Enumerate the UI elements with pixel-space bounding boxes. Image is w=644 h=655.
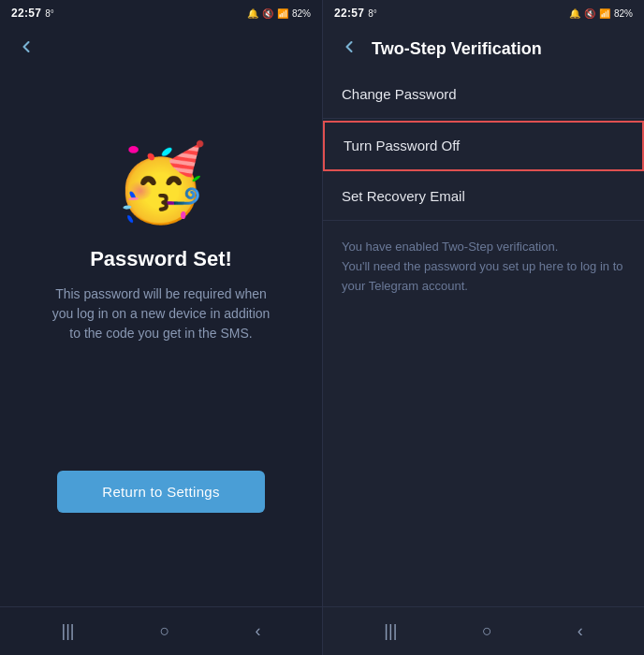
right-degree: 8° bbox=[368, 8, 377, 19]
right-status-bar: 22:57 8° 🔔 🔇 📶 82% bbox=[323, 0, 644, 26]
signal-icon: 📶 bbox=[277, 8, 288, 19]
left-time: 22:57 bbox=[11, 7, 41, 20]
left-back-button[interactable] bbox=[11, 32, 41, 66]
password-set-description: This password will be required when you … bbox=[21, 284, 301, 343]
menu-list: Change Password Turn Password Off Set Re… bbox=[323, 71, 644, 606]
left-main-content: 🥳 Password Set! This password will be re… bbox=[0, 71, 322, 606]
right-nav-home[interactable]: ○ bbox=[475, 614, 500, 648]
alarm-icon: 🔔 bbox=[247, 8, 258, 19]
right-time: 22:57 bbox=[334, 7, 364, 20]
left-degree: 8° bbox=[45, 8, 54, 19]
left-bottom-nav: ||| ○ ‹ bbox=[0, 606, 322, 655]
turn-password-off-item[interactable]: Turn Password Off bbox=[323, 121, 644, 171]
right-bottom-nav: ||| ○ ‹ bbox=[323, 606, 644, 655]
set-recovery-email-item[interactable]: Set Recovery Email bbox=[323, 173, 644, 221]
left-nav-back[interactable]: ‹ bbox=[247, 614, 268, 648]
turn-password-off-label: Turn Password Off bbox=[344, 138, 460, 153]
right-nav-title: Two-Step Verification bbox=[372, 39, 542, 59]
right-nav-bar: Two-Step Verification bbox=[323, 26, 644, 71]
set-recovery-email-label: Set Recovery Email bbox=[342, 188, 465, 204]
right-alarm-icon: 🔔 bbox=[569, 8, 580, 19]
mute-icon: 🔇 bbox=[262, 8, 273, 19]
right-back-button[interactable] bbox=[334, 32, 364, 66]
change-password-label: Change Password bbox=[342, 86, 457, 102]
password-set-title: Password Set! bbox=[90, 247, 232, 271]
right-panel: 22:57 8° 🔔 🔇 📶 82% Two-Step Verification… bbox=[322, 0, 644, 655]
left-nav-recent-apps[interactable]: ||| bbox=[54, 614, 82, 648]
right-battery: 82% bbox=[614, 8, 633, 19]
right-signal-icon: 📶 bbox=[599, 8, 610, 19]
right-nav-back[interactable]: ‹ bbox=[570, 614, 591, 648]
info-text-content: You have enabled Two-Step verification.Y… bbox=[342, 240, 623, 293]
left-nav-bar bbox=[0, 26, 322, 71]
change-password-item[interactable]: Change Password bbox=[323, 71, 644, 119]
right-status-icons: 🔔 🔇 📶 82% bbox=[569, 8, 633, 19]
return-to-settings-button[interactable]: Return to Settings bbox=[57, 471, 264, 513]
right-nav-recent-apps[interactable]: ||| bbox=[376, 614, 404, 648]
left-status-icons: 🔔 🔇 📶 82% bbox=[247, 8, 311, 19]
left-status-bar: 22:57 8° 🔔 🔇 📶 82% bbox=[0, 0, 322, 26]
left-battery: 82% bbox=[292, 8, 311, 19]
verification-info-text: You have enabled Two-Step verification.Y… bbox=[323, 221, 644, 313]
left-panel: 22:57 8° 🔔 🔇 📶 82% 🥳 Password Set! This … bbox=[0, 0, 322, 655]
password-set-emoji: 🥳 bbox=[114, 146, 208, 221]
right-mute-icon: 🔇 bbox=[584, 8, 595, 19]
left-nav-home[interactable]: ○ bbox=[153, 614, 178, 648]
